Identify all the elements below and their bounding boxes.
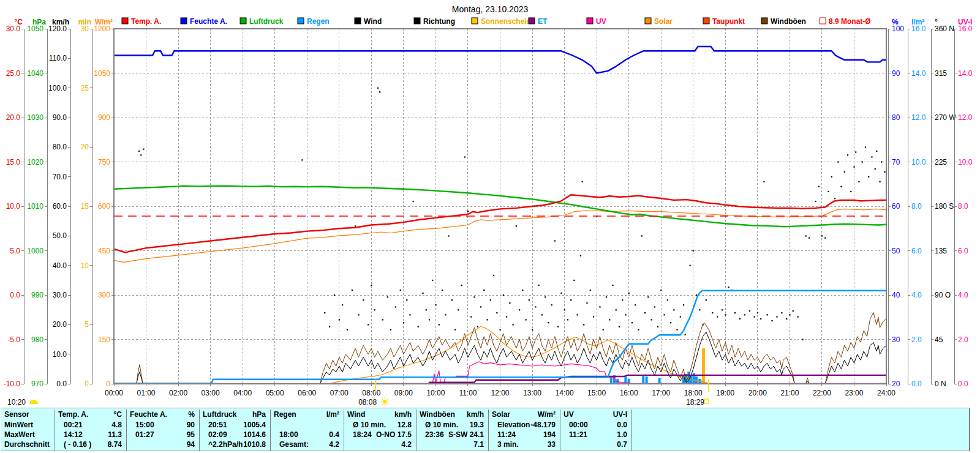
table-col-header: Feuchte A.%	[127, 410, 199, 420]
legend-label: Sonnenschein	[481, 17, 531, 26]
direction-dot	[706, 299, 707, 301]
time-label: 18:00	[684, 389, 703, 397]
cell-time	[344, 440, 353, 449]
legend-swatch-13	[820, 18, 826, 24]
direction-dot	[871, 156, 872, 157]
direction-dot	[844, 171, 845, 173]
direction-dot	[786, 318, 787, 320]
direction-dot	[767, 314, 768, 315]
direction-dot	[809, 238, 810, 239]
tick-label-uv: 16.0	[958, 24, 973, 33]
direction-dot	[815, 201, 816, 202]
clock-label: 10:20	[7, 398, 26, 406]
direction-dot	[599, 306, 600, 307]
direction-dot	[461, 285, 462, 286]
rain-bar	[646, 376, 648, 384]
direction-dot	[395, 306, 396, 307]
direction-dot	[355, 225, 356, 226]
table-col-header: Windkm/h	[344, 410, 416, 420]
time-label: 13:00	[523, 389, 541, 397]
tick-label-temperature: 30.0	[6, 24, 21, 33]
direction-dot	[451, 299, 453, 301]
direction-dot	[371, 285, 372, 286]
tick-label-rain: 16.0	[911, 24, 926, 33]
time-label: 11:00	[459, 389, 477, 397]
direction-dot	[625, 314, 626, 315]
direction-dot	[650, 319, 652, 320]
direction-dot	[503, 294, 504, 296]
direction-dot	[680, 316, 681, 317]
tick-label-temperature: 10.0	[6, 202, 21, 211]
direction-dot	[831, 176, 832, 178]
direction-dot	[529, 299, 530, 301]
tick-label-wind: 70.0	[53, 173, 67, 181]
tick-label-wind: 60.0	[53, 202, 67, 211]
tick-label-wind: 30.0	[53, 291, 67, 299]
rain-bar	[642, 375, 644, 384]
cell-time: 15:00	[127, 420, 154, 430]
tick-label-humidity: 70	[892, 158, 900, 167]
direction-dot	[722, 309, 723, 310]
col-header-label: UV	[560, 410, 574, 420]
cell-time: Gesamt:	[271, 440, 309, 449]
direction-dot	[573, 280, 575, 281]
sunshine-bar	[702, 348, 705, 384]
direction-dot	[638, 329, 639, 330]
direction-dot	[467, 211, 469, 212]
tick-label-rain: 8.0	[911, 202, 922, 211]
direction-dot	[554, 240, 556, 241]
cell-value: 33	[548, 440, 560, 449]
cell-value: 11.3	[108, 430, 126, 440]
tick-label-humidity: 40	[892, 291, 900, 299]
direction-dot	[506, 316, 507, 317]
table-cell-row-1: Elevation-48.179	[489, 420, 560, 430]
sun-ray	[386, 399, 387, 399]
legend-label: Luftdruck	[249, 17, 284, 26]
direction-dot	[418, 326, 419, 328]
tick-label-humidity: 50	[892, 247, 900, 255]
tick-label-solar: 750	[98, 158, 110, 167]
col-header-label: Temp. A.	[55, 410, 88, 420]
cell-time: 18:24	[344, 430, 372, 440]
direction-dot	[541, 314, 543, 315]
table-col-3: LuftdruckhPa20:511005.402:091014.6^2.2hP…	[200, 410, 271, 451]
tick-label-wind: 100.0	[48, 84, 67, 92]
col-header-label: Windböen	[417, 410, 455, 420]
tick-label-humidity: 20	[892, 380, 900, 388]
tick-label-temperature: -5.0	[7, 335, 20, 344]
direction-dot	[725, 314, 726, 315]
direction-dot	[622, 299, 623, 301]
tick-label-sunshine: 25	[81, 84, 89, 92]
rain-bar	[658, 378, 661, 384]
table-col-2: Feuchte A.%15:009001:279594	[127, 410, 200, 451]
sunrise-sun-icon	[381, 398, 389, 406]
legend-label: ET	[538, 17, 548, 26]
direction-dot	[500, 329, 501, 330]
cell-time: 3 min.	[489, 440, 519, 449]
direction-dot	[641, 235, 643, 236]
direction-dot	[480, 306, 481, 307]
col-header-unit: hPa	[252, 410, 270, 420]
direction-dot	[358, 314, 359, 315]
direction-dot	[868, 176, 869, 178]
direction-dot	[667, 299, 668, 301]
tick-label-temperature: 5.0	[10, 247, 20, 255]
tick-label-wind: 40.0	[53, 261, 67, 270]
direction-dot	[580, 255, 581, 256]
time-label: 05:00	[266, 389, 284, 397]
direction-dot	[403, 322, 404, 323]
tick-label-uv: 14.0	[958, 69, 973, 78]
direction-dot	[513, 324, 514, 325]
direction-dot	[496, 312, 497, 313]
direction-dot	[532, 329, 533, 330]
tick-label-pressure: 1040	[27, 69, 43, 78]
legend-swatch-12	[761, 18, 767, 24]
direction-dot	[557, 326, 559, 328]
time-label: 21:00	[780, 389, 799, 397]
legend-swatch-8	[529, 18, 535, 24]
direction-dot	[301, 159, 303, 160]
table-cell-row-3: 3 min.33	[489, 440, 560, 449]
table-row-label: MaxWert	[1, 430, 55, 440]
table-col-header: Windböenkm/h	[417, 410, 488, 420]
col-header-label: Feuchte A.	[127, 410, 167, 420]
